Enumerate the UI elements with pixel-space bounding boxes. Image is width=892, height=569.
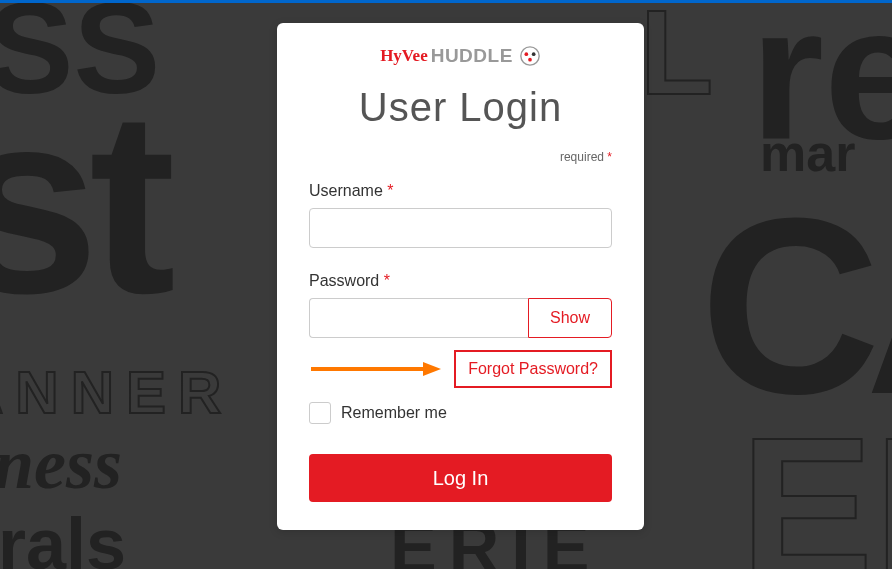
login-card: HyVee HUDDLE User Login required * Usern… [277,23,644,530]
svg-point-2 [532,52,536,56]
password-field-group: Password * Show [309,272,612,338]
logo-brand-left: HyVee [380,46,428,66]
login-button[interactable]: Log In [309,454,612,502]
annotation-arrow-icon [311,359,441,379]
svg-marker-5 [423,362,441,376]
svg-point-3 [528,58,532,62]
forgot-password-link[interactable]: Forgot Password? [454,350,612,388]
remember-me-label: Remember me [341,404,447,422]
remember-me-checkbox[interactable] [309,402,331,424]
password-label: Password * [309,272,612,290]
svg-point-1 [524,52,528,56]
remember-me-row: Remember me [309,402,612,424]
page-title: User Login [309,85,612,130]
username-input[interactable] [309,208,612,248]
logo: HyVee HUDDLE [309,45,612,67]
show-password-button[interactable]: Show [528,298,612,338]
password-input[interactable] [309,298,528,338]
required-note: required * [309,150,612,164]
huddle-icon [519,45,541,67]
logo-brand-right: HUDDLE [431,45,513,67]
forgot-password-row: Forgot Password? [309,350,612,388]
svg-point-0 [521,47,539,65]
username-field-group: Username * [309,182,612,248]
username-label: Username * [309,182,612,200]
